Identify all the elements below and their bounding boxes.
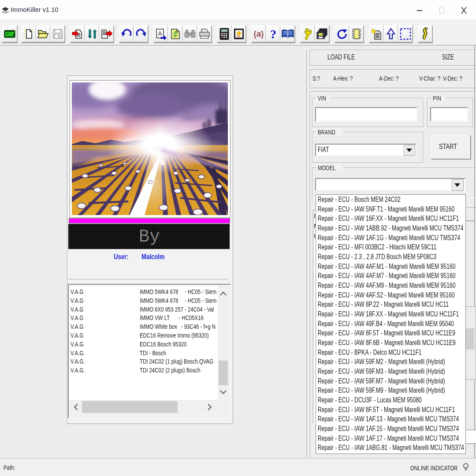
svg-text:?: ? xyxy=(270,28,276,40)
svg-text:EXIT: EXIT xyxy=(5,31,15,37)
svg-text:A: A xyxy=(158,30,162,37)
svg-text:{a}: {a} xyxy=(253,29,264,38)
